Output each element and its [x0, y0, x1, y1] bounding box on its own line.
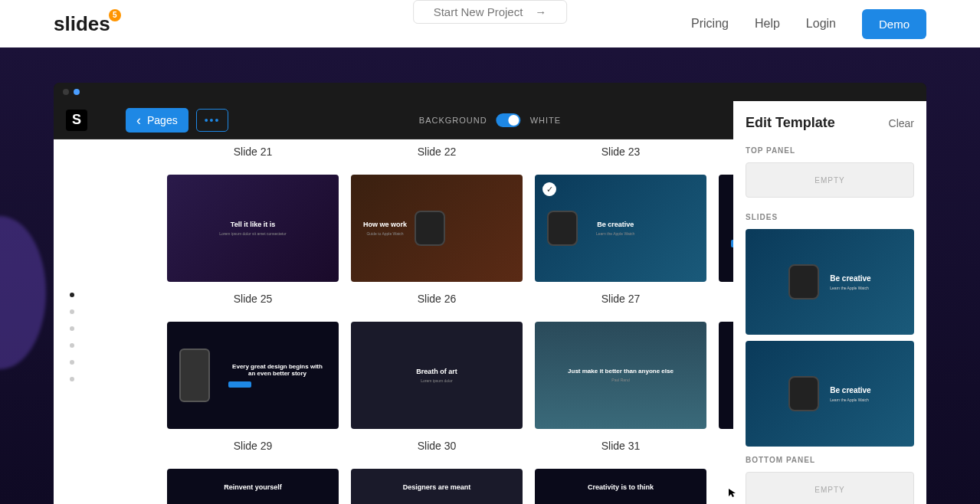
window-dot	[63, 89, 69, 95]
edit-template-panel: Edit Template Clear TOP PANEL EMPTY SLID…	[733, 101, 926, 504]
slide-item[interactable]: Every great design begins with an even b…	[167, 322, 339, 452]
background-toggle[interactable]	[497, 113, 521, 127]
thumb-accent	[228, 381, 251, 388]
hero-cta-label: Start New Project	[434, 5, 523, 18]
thumb-text: Lorem ipsum dolor	[363, 378, 510, 384]
slide-thumb: How we work Guide to Apple Watch	[351, 175, 523, 282]
slide-thumb: Reinvent yourself	[167, 469, 339, 504]
top-panel-label: TOP PANEL	[746, 146, 914, 155]
slide-thumb: ✓ Be creative Learn the Apple Watch	[535, 175, 706, 282]
thumb-text: Paul Rand	[547, 378, 694, 383]
slide-thumb: Tell it like it is Lorem ipsum dolor sit…	[167, 175, 339, 282]
window-dot	[74, 89, 80, 95]
slide-item[interactable]: How we work Guide to Apple Watch Slide 2…	[351, 175, 523, 305]
window-titlebar	[54, 83, 926, 101]
slide-item[interactable]: Tell it like it is Lorem ipsum dolor sit…	[167, 175, 339, 305]
panel-slide-preview[interactable]: Be creative Learn the Apple Watch	[746, 229, 914, 335]
panel-header: Edit Template Clear	[746, 115, 914, 131]
slides-section-label: SLIDES	[746, 213, 914, 221]
slide-item[interactable]: Breath of art Lorem ipsum dolor Slide 30	[351, 322, 523, 452]
chevron-left-icon	[136, 113, 141, 127]
decorative-blob	[0, 216, 46, 369]
background-label: BACKGROUND	[419, 116, 487, 125]
pages-label: Pages	[147, 114, 178, 126]
site-header: slides 5 Start New Project Pricing Help …	[0, 0, 980, 47]
logo[interactable]: slides 5	[54, 12, 110, 36]
bottom-panel-label: BOTTOM PANEL	[746, 456, 914, 464]
slide-item[interactable]: Creativity is to think	[535, 469, 706, 504]
thumb-title: Just make it better than anyone else	[547, 368, 694, 375]
panel-slide-preview[interactable]: Be creative Learn the Apple Watch	[746, 341, 914, 447]
thumb-title: Tell it like it is	[179, 221, 326, 228]
check-icon: ✓	[542, 182, 556, 196]
slide-item[interactable]: Slide 21	[167, 139, 339, 158]
app-window: S Pages ••• BACKGROUND WHITE	[54, 83, 926, 504]
page-dot[interactable]	[70, 343, 74, 348]
panel-slide-title: Be creative	[830, 274, 870, 283]
panel-title: Edit Template	[746, 115, 835, 131]
watch-icon	[415, 211, 445, 246]
pages-button[interactable]: Pages	[126, 108, 188, 133]
slide-item[interactable]: Slide 23	[535, 139, 706, 158]
thumb-title: Every great design begins with an even b…	[228, 363, 326, 377]
page-dot[interactable]	[70, 377, 74, 381]
clear-button[interactable]: Clear	[889, 117, 914, 129]
top-panel-dropzone[interactable]: EMPTY	[746, 162, 914, 198]
thumb-text: Lorem ipsum dolor sit amet consectetur	[179, 231, 326, 237]
slide-thumb: Every great design begins with an even b…	[167, 322, 339, 429]
more-button[interactable]: •••	[196, 109, 229, 132]
slide-thumb: Creativity is to think	[535, 469, 706, 504]
thumb-title: Designers are meant	[363, 483, 510, 491]
slide-label: Slide 31	[535, 440, 706, 452]
app-logo[interactable]: S	[66, 110, 87, 131]
page-dot[interactable]	[70, 360, 74, 365]
arrow-right-icon	[530, 5, 546, 18]
slide-thumb: Designers are meant	[351, 469, 523, 504]
watch-icon	[788, 376, 819, 411]
slide-item[interactable]: ✓ Be creative Learn the Apple Watch Slid…	[535, 175, 706, 305]
slide-label: Slide 22	[351, 146, 523, 158]
background-toggle-area: BACKGROUND WHITE	[419, 113, 561, 127]
white-label: WHITE	[530, 116, 561, 125]
thumb-text: Guide to Apple Watch	[363, 231, 407, 237]
page-indicator	[54, 139, 90, 504]
slide-label: Slide 27	[535, 293, 706, 305]
demo-button[interactable]: Demo	[862, 9, 926, 39]
watch-icon	[547, 211, 578, 246]
start-project-button[interactable]: Start New Project	[413, 0, 568, 24]
slide-item[interactable]: Slide 22	[351, 139, 523, 158]
demo-section: S Pages ••• BACKGROUND WHITE	[0, 47, 980, 504]
slide-thumb: Breath of art Lorem ipsum dolor	[351, 322, 523, 429]
thumb-title: Creativity is to think	[547, 483, 694, 491]
thumb-title: Breath of art	[363, 368, 510, 375]
slide-label: Slide 30	[351, 440, 523, 452]
main-nav: Pricing Help Login Demo	[691, 9, 926, 39]
panel-slide-text: Learn the Apple Watch	[830, 286, 870, 290]
nav-help[interactable]: Help	[755, 17, 780, 31]
panel-slide-text: Learn the Apple Watch	[830, 398, 870, 402]
slide-label: Slide 26	[351, 293, 523, 305]
logo-badge: 5	[109, 9, 121, 21]
slide-label: Slide 25	[167, 293, 339, 305]
bottom-panel-dropzone[interactable]: EMPTY	[746, 472, 914, 504]
logo-text: slides	[54, 12, 110, 36]
slide-label: Slide 29	[167, 440, 339, 452]
page-dot[interactable]	[70, 309, 74, 314]
page-dot[interactable]	[70, 326, 74, 331]
nav-pricing[interactable]: Pricing	[691, 17, 729, 31]
slide-item[interactable]: Designers are meant	[351, 469, 523, 504]
thumb-title: How we work	[363, 221, 407, 228]
watch-icon	[788, 264, 819, 299]
slide-label: Slide 21	[167, 146, 339, 158]
page-dot[interactable]	[70, 293, 74, 297]
phone-icon	[179, 349, 210, 402]
panel-slide-title: Be creative	[830, 386, 870, 394]
thumb-text: Learn the Apple Watch	[596, 231, 634, 237]
slide-item[interactable]: Reinvent yourself	[167, 469, 339, 504]
thumb-title: Be creative	[596, 221, 634, 228]
thumb-title: Reinvent yourself	[179, 483, 326, 491]
nav-login[interactable]: Login	[806, 17, 836, 31]
slide-item[interactable]: Just make it better than anyone else Pau…	[535, 322, 706, 452]
slide-thumb: Just make it better than anyone else Pau…	[535, 322, 706, 429]
slide-label: Slide 23	[535, 146, 706, 158]
